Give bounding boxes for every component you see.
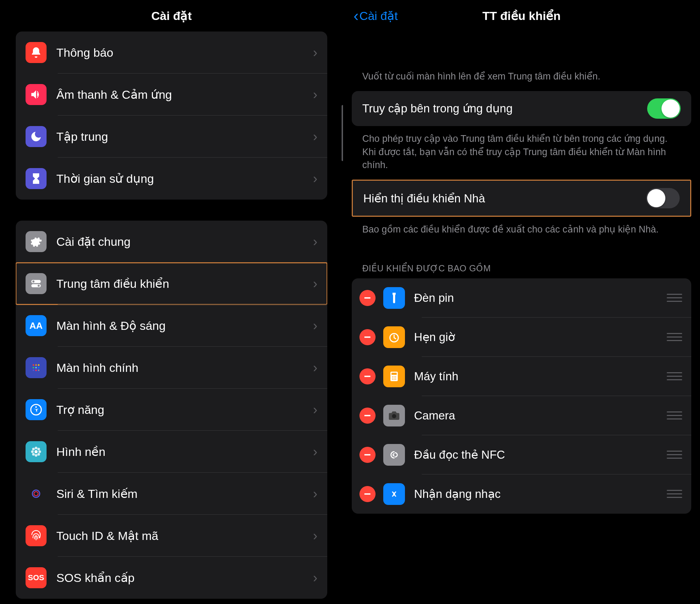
svg-point-1: [33, 280, 35, 283]
toggles-icon: [26, 273, 47, 294]
control-row: −Đèn pin: [352, 278, 691, 318]
control-label: Đèn pin: [414, 291, 667, 305]
settings-row[interactable]: AAMàn hình & Độ sáng›: [16, 305, 327, 347]
svg-point-18: [35, 454, 37, 457]
settings-row[interactable]: Tập trung›: [16, 116, 327, 158]
remove-button[interactable]: −: [359, 408, 376, 424]
remove-button[interactable]: −: [359, 290, 376, 306]
camera-icon: [383, 405, 405, 426]
accessibility-icon: [26, 399, 47, 420]
row-label: Touch ID & Mật mã: [56, 529, 313, 543]
toggle-switch[interactable]: [646, 188, 680, 208]
settings-row[interactable]: Trung tâm điều khiển›: [16, 263, 327, 305]
drag-handle-icon[interactable]: [667, 333, 682, 341]
svg-point-31: [392, 376, 393, 377]
svg-point-24: [37, 453, 40, 456]
svg-point-22: [37, 448, 40, 451]
sos-icon: SOS: [26, 567, 47, 588]
page-title: TT điều khiển: [482, 9, 560, 23]
show-home-controls-row[interactable]: Hiển thị điều khiển Nhà: [353, 181, 690, 216]
volume-icon: [26, 84, 47, 105]
settings-row[interactable]: Thông báo›: [16, 32, 327, 74]
settings-row[interactable]: Thời gian sử dụng›: [16, 158, 327, 200]
grid-icon: [26, 357, 47, 378]
control-label: Nhận dạng nhạc: [414, 487, 667, 501]
drag-handle-icon[interactable]: [667, 490, 682, 498]
shazam-icon: [383, 483, 405, 505]
caption: Bao gồm các điều khiển được đề xuất cho …: [352, 223, 691, 244]
svg-point-12: [35, 369, 37, 371]
svg-point-33: [395, 376, 396, 377]
drag-handle-icon[interactable]: [667, 294, 682, 302]
fingerprint-icon: [26, 525, 47, 546]
svg-point-36: [395, 379, 396, 380]
chevron-right-icon: ›: [313, 171, 317, 186]
toggle-switch[interactable]: [647, 98, 681, 119]
chevron-right-icon: ›: [313, 45, 317, 60]
switch-label: Hiển thị điều khiển Nhà: [363, 192, 646, 205]
settings-row[interactable]: Hình nền›: [16, 431, 327, 473]
chevron-right-icon: ›: [313, 129, 317, 144]
chevron-right-icon: ›: [313, 234, 317, 249]
chevron-right-icon: ›: [313, 486, 317, 501]
moon-icon: [26, 126, 47, 147]
nfc-icon: [383, 444, 405, 466]
settings-row[interactable]: Trợ năng›: [16, 389, 327, 431]
svg-point-7: [38, 364, 40, 366]
settings-row[interactable]: Âm thanh & Cảm ứng›: [16, 74, 327, 116]
row-label: Thời gian sử dụng: [56, 172, 313, 186]
timer-icon: [383, 326, 405, 348]
chevron-right-icon: ›: [313, 444, 317, 459]
svg-point-5: [33, 364, 34, 366]
control-center-pane: ‹ Cài đặt TT điều khiển Vuốt từ cuối màn…: [343, 0, 700, 604]
settings-row[interactable]: Touch ID & Mật mã›: [16, 515, 327, 557]
settings-row[interactable]: Cài đặt chung›: [16, 221, 327, 263]
remove-button[interactable]: −: [359, 486, 376, 502]
chevron-right-icon: ›: [313, 402, 317, 417]
switch-label: Truy cập bên trong ứng dụng: [362, 102, 647, 115]
remove-button[interactable]: −: [359, 447, 376, 463]
row-label: Âm thanh & Cảm ứng: [56, 88, 313, 102]
switch-group: Truy cập bên trong ứng dụng: [352, 91, 691, 126]
access-within-apps-row[interactable]: Truy cập bên trong ứng dụng: [352, 91, 691, 126]
control-row: −Nhận dạng nhạc: [352, 474, 691, 514]
row-label: Màn hình chính: [56, 361, 313, 375]
settings-row[interactable]: Màn hình chính›: [16, 347, 327, 389]
drag-handle-icon[interactable]: [667, 451, 682, 459]
svg-point-6: [35, 364, 37, 366]
settings-group-1: Thông báo›Âm thanh & Cảm ứng›Tập trung›T…: [16, 32, 327, 200]
row-label: Màn hình & Độ sáng: [56, 319, 313, 333]
chevron-right-icon: ›: [313, 318, 317, 333]
svg-point-13: [38, 369, 40, 371]
caption: Vuốt từ cuối màn hình lên để xem Trung t…: [352, 32, 691, 91]
row-label: SOS khẩn cấp: [56, 571, 313, 585]
svg-point-23: [32, 453, 35, 456]
settings-row[interactable]: Siri & Tìm kiếm›: [16, 473, 327, 515]
svg-point-15: [35, 406, 37, 408]
svg-rect-30: [392, 373, 397, 375]
control-row: −Máy tính: [352, 357, 691, 396]
svg-point-3: [38, 285, 40, 287]
control-row: −Đầu đọc thẻ NFC: [352, 435, 691, 474]
drag-handle-icon[interactable]: [667, 372, 682, 380]
chevron-right-icon: ›: [313, 360, 317, 375]
svg-point-11: [33, 369, 34, 371]
hourglass-icon: [26, 168, 47, 189]
chevron-right-icon: ›: [313, 87, 317, 102]
drag-handle-icon[interactable]: [667, 411, 682, 419]
control-row: −Hẹn giờ: [352, 318, 691, 357]
svg-point-16: [35, 450, 38, 453]
header: Cài đặt: [0, 0, 343, 32]
svg-point-34: [392, 379, 393, 380]
settings-row[interactable]: SOSSOS khẩn cấp›: [16, 557, 327, 599]
chevron-right-icon: ›: [313, 570, 317, 585]
remove-button[interactable]: −: [359, 368, 376, 384]
svg-point-37: [392, 414, 396, 418]
svg-point-17: [35, 447, 37, 450]
back-button[interactable]: ‹ Cài đặt: [354, 7, 398, 25]
svg-point-9: [35, 367, 37, 369]
remove-button[interactable]: −: [359, 329, 376, 345]
svg-point-20: [38, 450, 41, 453]
control-label: Camera: [414, 409, 667, 422]
text-icon: AA: [26, 315, 47, 336]
